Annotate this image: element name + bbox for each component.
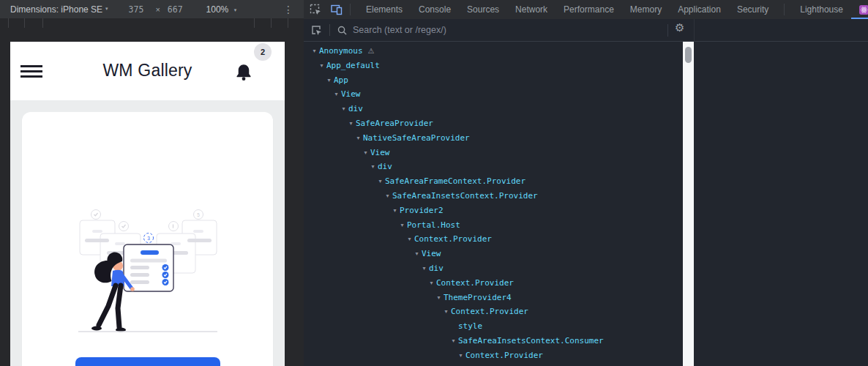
tab-application[interactable]: Application (670, 0, 729, 19)
tree-node[interactable]: ▾ThemeProvider4 (304, 291, 683, 305)
tree-node[interactable]: ▾div (304, 160, 683, 174)
component-name: SafeAreaProvider (356, 116, 433, 131)
zoom-select[interactable]: 100% ▾ (206, 4, 237, 15)
tree-node[interactable]: ▾Anonymous⚠ (304, 44, 683, 59)
component-name: View (422, 247, 441, 261)
pane-divider (694, 19, 695, 42)
tree-node[interactable]: ▾Portal.Host (304, 218, 683, 233)
expander-arrow-icon[interactable]: ▾ (419, 261, 429, 276)
component-name: SafeAreaInsetsContext.Provider (392, 189, 538, 203)
tree-node[interactable]: ▾Provider2 (304, 203, 683, 218)
tree-node[interactable]: ▾div (304, 261, 683, 276)
expander-arrow-icon[interactable]: ▾ (332, 87, 341, 102)
expander-arrow-icon[interactable]: ▾ (441, 305, 451, 319)
expander-arrow-icon[interactable]: ▾ (353, 131, 363, 146)
notification-count-badge: 2 (254, 43, 272, 61)
expander-arrow-icon[interactable]: ▾ (339, 102, 348, 116)
expander-arrow-icon[interactable]: ▾ (361, 146, 370, 160)
app-body: 5 3 (10, 100, 285, 366)
inspect-component-icon[interactable] (310, 24, 322, 36)
warning-icon: ⚠ (368, 44, 375, 59)
tab-console[interactable]: Console (411, 0, 459, 19)
component-name: SafeAreaFrameContext.Provider (385, 174, 525, 189)
expander-arrow-icon[interactable]: ▾ (368, 160, 378, 174)
ruler-tick (8, 18, 9, 28)
tree-node[interactable]: style (304, 319, 683, 334)
expander-arrow-icon[interactable]: ▾ (383, 189, 392, 203)
chevron-down-icon: ▾ (105, 6, 108, 12)
component-name: View (370, 146, 390, 160)
tree-node[interactable]: ▾App_default (304, 59, 683, 73)
toolbar-separator (350, 4, 351, 15)
tree-node[interactable]: ▾SafeAreaProvider (304, 116, 683, 131)
inspect-element-icon[interactable] (310, 4, 321, 15)
component-name: Anonymous (319, 44, 363, 59)
tree-node[interactable]: ▾Context.Provider (304, 305, 683, 319)
tab-security[interactable]: Security (729, 0, 777, 19)
component-tree: ▾Anonymous⚠▾App_default▾App▾View▾div▾Saf… (304, 42, 683, 366)
tree-node[interactable]: ▾View (304, 247, 683, 261)
expander-arrow-icon[interactable]: ▾ (346, 116, 356, 131)
expander-arrow-icon[interactable]: ▾ (434, 291, 444, 305)
expander-arrow-icon[interactable]: ▾ (405, 232, 414, 247)
tree-node[interactable]: ▾NativeSafeAreaProvider (304, 131, 683, 146)
notification-bell-icon[interactable] (234, 62, 253, 82)
tree-node[interactable]: ▾SafeAreaFrameContext.Provider (304, 174, 683, 189)
expander-arrow-icon[interactable]: ▾ (317, 59, 326, 73)
tree-node[interactable]: ▾Context.Provider (304, 232, 683, 247)
empty-state-illustration: 5 3 (75, 207, 221, 333)
tab-network[interactable]: Network (507, 0, 555, 19)
expander-arrow-icon[interactable]: ▾ (310, 44, 319, 59)
tree-node[interactable]: ▾Context.Provider (304, 348, 683, 363)
tree-node[interactable]: ▾View (304, 87, 683, 102)
scrollbar-track[interactable] (683, 42, 694, 366)
component-name: App_default (326, 59, 380, 73)
ruler-tick (254, 18, 255, 28)
tree-node[interactable]: ▾SafeAreaInsetsContext.Provider (304, 189, 683, 203)
component-name: Context.Provider (414, 232, 492, 247)
tree-node[interactable]: ▾div (304, 102, 683, 116)
viewport-height-field[interactable]: 667 (168, 4, 183, 15)
zoom-value: 100% (206, 4, 229, 15)
expander-arrow-icon[interactable]: ▾ (390, 203, 400, 218)
component-name: SafeAreaInsetsContext.Consumer (458, 334, 604, 348)
tab-sources[interactable]: Sources (459, 0, 507, 19)
expander-arrow-icon[interactable]: ▾ (324, 73, 334, 88)
device-type-select[interactable]: Dimensions: iPhone SE (10, 4, 102, 15)
tab-lighthouse[interactable]: Lighthouse (792, 0, 851, 19)
component-name: div (429, 261, 444, 276)
device-screen: WM Gallery 2 (10, 42, 285, 366)
tab-components[interactable]: Components (851, 0, 868, 19)
tree-node[interactable]: ▾View (304, 146, 683, 160)
component-name: style (458, 319, 482, 334)
expander-arrow-icon[interactable]: ▾ (456, 348, 465, 363)
tab-performance[interactable]: Performance (555, 0, 622, 19)
app-header: WM Gallery 2 (10, 42, 285, 100)
more-options-icon[interactable]: ⋮ (283, 4, 293, 15)
search-input[interactable] (353, 25, 594, 35)
gear-icon[interactable]: ⚙ (675, 21, 684, 34)
expander-arrow-icon[interactable]: ▾ (449, 334, 458, 348)
scrollbar-thumb[interactable] (685, 47, 692, 63)
expander-arrow-icon[interactable]: ▾ (397, 218, 407, 233)
ruler-tick (24, 18, 25, 28)
tree-node[interactable]: ▾Context.Provider (304, 276, 683, 291)
tree-node[interactable]: ▾SafeAreaInsetsContext.Consumer (304, 334, 683, 348)
react-components-icon (859, 5, 868, 15)
ruler-tick (42, 18, 43, 28)
primary-action-button[interactable] (75, 357, 220, 366)
component-name: Provider2 (400, 203, 444, 218)
component-name: div (378, 160, 392, 174)
viewport-width-field[interactable]: 375 (129, 4, 144, 15)
tree-node[interactable]: ▾App (304, 73, 683, 88)
component-search (337, 25, 594, 35)
content-card: 5 3 (22, 112, 273, 366)
expander-arrow-icon[interactable]: ▾ (427, 276, 436, 291)
device-toolbar-toggle-icon[interactable] (331, 4, 343, 15)
badge-count: 2 (261, 48, 265, 56)
svg-text:3: 3 (147, 236, 150, 241)
tab-memory[interactable]: Memory (622, 0, 670, 19)
expander-arrow-icon[interactable]: ▾ (375, 174, 385, 189)
tab-elements[interactable]: Elements (358, 0, 411, 19)
expander-arrow-icon[interactable]: ▾ (412, 247, 422, 261)
